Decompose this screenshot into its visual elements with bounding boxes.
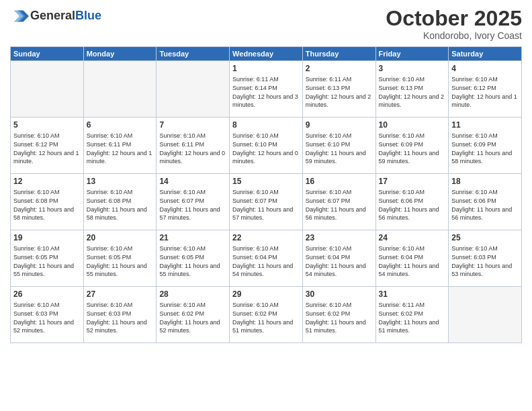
day-number: 2 bbox=[306, 63, 373, 74]
day-info: Sunrise: 6:10 AM Sunset: 6:04 PM Dayligh… bbox=[232, 244, 300, 278]
page: GeneralBlue October 2025 Kondorobo, Ivor… bbox=[0, 0, 532, 411]
day-info: Sunrise: 6:10 AM Sunset: 6:10 PM Dayligh… bbox=[232, 132, 300, 165]
day-number: 9 bbox=[306, 120, 373, 130]
weekday-header: Wednesday bbox=[230, 47, 303, 61]
day-info: Sunrise: 6:10 AM Sunset: 6:09 PM Dayligh… bbox=[379, 132, 446, 165]
day-info: Sunrise: 6:10 AM Sunset: 6:05 PM Dayligh… bbox=[13, 244, 81, 278]
day-info: Sunrise: 6:10 AM Sunset: 6:02 PM Dayligh… bbox=[306, 301, 373, 334]
calendar-day-cell: 1Sunrise: 6:11 AM Sunset: 6:14 PM Daylig… bbox=[230, 61, 303, 118]
day-number: 4 bbox=[451, 63, 519, 74]
day-info: Sunrise: 6:10 AM Sunset: 6:05 PM Dayligh… bbox=[159, 244, 226, 278]
day-number: 31 bbox=[379, 289, 446, 300]
calendar-day-cell: 31Sunrise: 6:11 AM Sunset: 6:02 PM Dayli… bbox=[375, 287, 449, 343]
calendar-day-cell: 18Sunrise: 6:10 AM Sunset: 6:06 PM Dayli… bbox=[449, 174, 522, 230]
day-number: 23 bbox=[306, 232, 373, 243]
calendar-day-cell: 14Sunrise: 6:10 AM Sunset: 6:07 PM Dayli… bbox=[157, 174, 230, 230]
logo-text: GeneralBlue bbox=[30, 9, 101, 23]
day-info: Sunrise: 6:10 AM Sunset: 6:07 PM Dayligh… bbox=[159, 188, 226, 222]
day-number: 12 bbox=[13, 176, 81, 187]
day-number: 6 bbox=[87, 120, 154, 130]
calendar-day-cell: 27Sunrise: 6:10 AM Sunset: 6:03 PM Dayli… bbox=[83, 287, 157, 343]
weekday-header: Monday bbox=[83, 47, 157, 61]
day-number: 7 bbox=[159, 120, 226, 130]
calendar-day-cell: 5Sunrise: 6:10 AM Sunset: 6:12 PM Daylig… bbox=[11, 118, 84, 174]
calendar-day-cell: 6Sunrise: 6:10 AM Sunset: 6:11 PM Daylig… bbox=[83, 118, 157, 174]
day-number: 17 bbox=[379, 176, 446, 187]
calendar-day-cell bbox=[449, 287, 522, 343]
day-number: 16 bbox=[306, 176, 373, 187]
calendar-week-row: 1Sunrise: 6:11 AM Sunset: 6:14 PM Daylig… bbox=[11, 61, 522, 118]
calendar-day-cell: 29Sunrise: 6:10 AM Sunset: 6:02 PM Dayli… bbox=[230, 287, 303, 343]
calendar-day-cell: 23Sunrise: 6:10 AM Sunset: 6:04 PM Dayli… bbox=[302, 230, 375, 287]
day-number: 21 bbox=[159, 232, 226, 243]
calendar-week-row: 5Sunrise: 6:10 AM Sunset: 6:12 PM Daylig… bbox=[11, 118, 522, 174]
calendar-day-cell: 26Sunrise: 6:10 AM Sunset: 6:03 PM Dayli… bbox=[11, 287, 84, 343]
calendar-day-cell: 21Sunrise: 6:10 AM Sunset: 6:05 PM Dayli… bbox=[157, 230, 230, 287]
day-info: Sunrise: 6:10 AM Sunset: 6:04 PM Dayligh… bbox=[379, 244, 446, 278]
calendar-day-cell: 19Sunrise: 6:10 AM Sunset: 6:05 PM Dayli… bbox=[11, 230, 84, 287]
day-number: 22 bbox=[232, 232, 300, 243]
day-number: 14 bbox=[159, 176, 226, 187]
day-number: 28 bbox=[159, 289, 226, 300]
calendar-day-cell: 17Sunrise: 6:10 AM Sunset: 6:06 PM Dayli… bbox=[375, 174, 449, 230]
calendar-header-row: SundayMondayTuesdayWednesdayThursdayFrid… bbox=[11, 47, 522, 61]
calendar-day-cell: 28Sunrise: 6:10 AM Sunset: 6:02 PM Dayli… bbox=[157, 287, 230, 343]
calendar-day-cell: 8Sunrise: 6:10 AM Sunset: 6:10 PM Daylig… bbox=[230, 118, 303, 174]
day-info: Sunrise: 6:10 AM Sunset: 6:07 PM Dayligh… bbox=[306, 188, 373, 222]
calendar-day-cell: 7Sunrise: 6:10 AM Sunset: 6:11 PM Daylig… bbox=[157, 118, 230, 174]
day-info: Sunrise: 6:10 AM Sunset: 6:02 PM Dayligh… bbox=[159, 301, 226, 334]
calendar-day-cell: 25Sunrise: 6:10 AM Sunset: 6:03 PM Dayli… bbox=[449, 230, 522, 287]
day-info: Sunrise: 6:10 AM Sunset: 6:10 PM Dayligh… bbox=[306, 132, 373, 165]
day-number: 5 bbox=[13, 120, 81, 130]
day-number: 30 bbox=[306, 289, 373, 300]
day-info: Sunrise: 6:11 AM Sunset: 6:02 PM Dayligh… bbox=[379, 301, 446, 334]
day-info: Sunrise: 6:10 AM Sunset: 6:12 PM Dayligh… bbox=[13, 132, 81, 165]
calendar-day-cell: 22Sunrise: 6:10 AM Sunset: 6:04 PM Dayli… bbox=[230, 230, 303, 287]
day-info: Sunrise: 6:10 AM Sunset: 6:08 PM Dayligh… bbox=[87, 188, 154, 222]
calendar-day-cell: 2Sunrise: 6:11 AM Sunset: 6:13 PM Daylig… bbox=[302, 61, 375, 118]
weekday-header: Saturday bbox=[449, 47, 522, 61]
day-number: 8 bbox=[232, 120, 300, 130]
day-info: Sunrise: 6:10 AM Sunset: 6:11 PM Dayligh… bbox=[87, 132, 154, 165]
calendar-day-cell: 9Sunrise: 6:10 AM Sunset: 6:10 PM Daylig… bbox=[302, 118, 375, 174]
calendar-day-cell: 4Sunrise: 6:10 AM Sunset: 6:12 PM Daylig… bbox=[449, 61, 522, 118]
logo-icon bbox=[10, 7, 29, 26]
day-info: Sunrise: 6:10 AM Sunset: 6:09 PM Dayligh… bbox=[451, 132, 519, 165]
logo-blue: Blue bbox=[75, 9, 101, 22]
calendar-table: SundayMondayTuesdayWednesdayThursdayFrid… bbox=[10, 46, 522, 343]
day-info: Sunrise: 6:10 AM Sunset: 6:06 PM Dayligh… bbox=[451, 188, 519, 222]
calendar-day-cell bbox=[157, 61, 230, 118]
logo-general: General bbox=[30, 9, 75, 22]
calendar-week-row: 26Sunrise: 6:10 AM Sunset: 6:03 PM Dayli… bbox=[11, 287, 522, 343]
calendar-day-cell bbox=[11, 61, 84, 118]
calendar-day-cell: 30Sunrise: 6:10 AM Sunset: 6:02 PM Dayli… bbox=[302, 287, 375, 343]
location: Kondorobo, Ivory Coast bbox=[386, 30, 522, 41]
month-title: October 2025 bbox=[386, 7, 522, 30]
day-info: Sunrise: 6:11 AM Sunset: 6:13 PM Dayligh… bbox=[306, 75, 373, 109]
weekday-header: Sunday bbox=[11, 47, 84, 61]
day-info: Sunrise: 6:10 AM Sunset: 6:08 PM Dayligh… bbox=[13, 188, 81, 222]
day-number: 13 bbox=[87, 176, 154, 187]
day-number: 19 bbox=[13, 232, 81, 243]
calendar-day-cell: 16Sunrise: 6:10 AM Sunset: 6:07 PM Dayli… bbox=[302, 174, 375, 230]
day-number: 11 bbox=[451, 120, 519, 130]
day-number: 20 bbox=[87, 232, 154, 243]
day-number: 26 bbox=[13, 289, 81, 300]
day-info: Sunrise: 6:10 AM Sunset: 6:11 PM Dayligh… bbox=[159, 132, 226, 165]
day-info: Sunrise: 6:10 AM Sunset: 6:04 PM Dayligh… bbox=[306, 244, 373, 278]
day-info: Sunrise: 6:10 AM Sunset: 6:03 PM Dayligh… bbox=[13, 301, 81, 334]
logo: GeneralBlue bbox=[10, 7, 101, 26]
calendar-week-row: 12Sunrise: 6:10 AM Sunset: 6:08 PM Dayli… bbox=[11, 174, 522, 230]
header: GeneralBlue October 2025 Kondorobo, Ivor… bbox=[10, 7, 522, 41]
day-number: 10 bbox=[379, 120, 446, 130]
calendar-day-cell: 11Sunrise: 6:10 AM Sunset: 6:09 PM Dayli… bbox=[449, 118, 522, 174]
day-info: Sunrise: 6:10 AM Sunset: 6:05 PM Dayligh… bbox=[87, 244, 154, 278]
day-info: Sunrise: 6:10 AM Sunset: 6:03 PM Dayligh… bbox=[451, 244, 519, 278]
calendar-day-cell: 24Sunrise: 6:10 AM Sunset: 6:04 PM Dayli… bbox=[375, 230, 449, 287]
day-info: Sunrise: 6:10 AM Sunset: 6:13 PM Dayligh… bbox=[379, 75, 446, 109]
calendar-week-row: 19Sunrise: 6:10 AM Sunset: 6:05 PM Dayli… bbox=[11, 230, 522, 287]
day-info: Sunrise: 6:10 AM Sunset: 6:06 PM Dayligh… bbox=[379, 188, 446, 222]
calendar-day-cell: 12Sunrise: 6:10 AM Sunset: 6:08 PM Dayli… bbox=[11, 174, 84, 230]
day-number: 25 bbox=[451, 232, 519, 243]
day-info: Sunrise: 6:10 AM Sunset: 6:03 PM Dayligh… bbox=[87, 301, 154, 334]
